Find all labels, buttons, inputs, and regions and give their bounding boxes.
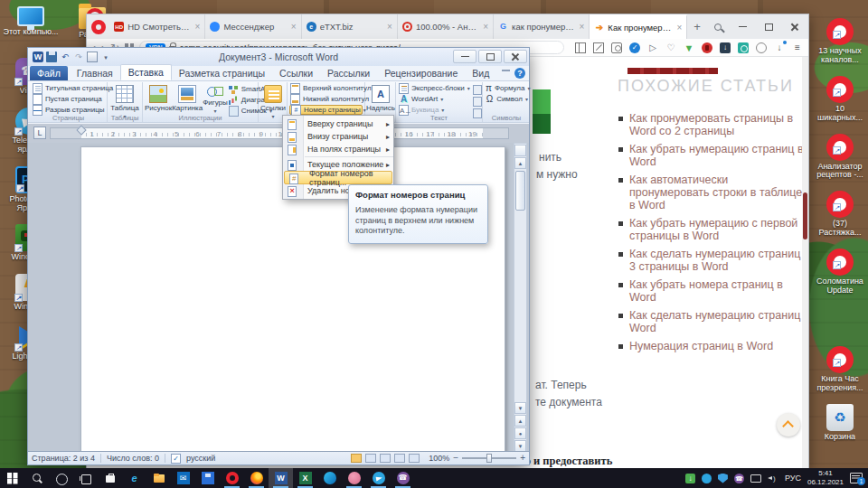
scrollbar-thumb[interactable]	[515, 171, 525, 211]
desktop-icon[interactable]: (37) Растяжка...	[812, 191, 868, 238]
ribbon-tab[interactable]: Рассылки	[320, 66, 377, 80]
tray-defender-icon[interactable]	[718, 474, 728, 483]
clipart-button[interactable]: Картинка	[172, 83, 203, 114]
ribbon-tab[interactable]: Главная	[70, 66, 120, 80]
article-link[interactable]: Как убрать нумерацию страниц в Word	[617, 143, 808, 168]
ribbon-tab[interactable]: Файл	[30, 66, 68, 80]
tab-close-icon[interactable]: ×	[677, 23, 683, 33]
browser-close-button[interactable]	[782, 14, 808, 39]
menu-item[interactable]: Вверху страницы	[283, 117, 393, 130]
scroll-up-icon[interactable]: ▲	[514, 157, 526, 169]
date-time-icon[interactable]	[473, 97, 482, 107]
desktop-icon[interactable]: 13 научных каналов...	[812, 18, 868, 65]
settings-tune-icon[interactable]	[792, 42, 803, 53]
collapse-ribbon-icon[interactable]	[502, 70, 510, 78]
opera-menu-button[interactable]	[87, 14, 109, 39]
browser-tab[interactable]: Мессенджер×	[205, 14, 301, 39]
article-link[interactable]: Как автоматически пронумеровать строки в…	[617, 174, 808, 211]
desktop-icon[interactable]: Соломатина Update	[812, 249, 868, 296]
web-layout-view-button[interactable]	[380, 454, 391, 463]
bookmark-heart-icon[interactable]	[665, 42, 676, 53]
spellcheck-icon[interactable]	[171, 454, 181, 464]
scrollbar-thumb[interactable]	[803, 192, 807, 239]
taskbar-app-button[interactable]	[391, 468, 415, 488]
taskbar-app-button[interactable]	[220, 468, 244, 488]
savefrom-extension-icon[interactable]	[684, 42, 694, 53]
ruler-toggle-button[interactable]	[514, 145, 526, 156]
menu-item[interactable]: Формат номеров страниц...	[284, 171, 392, 184]
taskbar-app-button[interactable]	[24, 468, 49, 488]
browser-tab[interactable]: 100.00% - Антиплаги×	[398, 14, 494, 39]
wordart-button[interactable]: WordArt▾	[398, 94, 470, 104]
taskbar-app-button[interactable]	[73, 468, 98, 488]
links-button[interactable]: Ссылки▾	[260, 83, 286, 119]
page-indicator[interactable]: Страница: 2 из 4	[32, 454, 95, 463]
downloads-icon[interactable]	[774, 42, 785, 53]
sidebar-panel-icon[interactable]	[575, 42, 586, 53]
network-icon[interactable]	[750, 474, 761, 483]
fullscreen-view-button[interactable]	[365, 454, 376, 463]
taskbar-app-button[interactable]	[98, 468, 122, 488]
page-number-button[interactable]: Номер страницы▾	[289, 105, 363, 115]
taskbar-app-button[interactable]	[171, 468, 195, 488]
article-link[interactable]: Как сделать нумерацию страниц с 3 страни…	[617, 248, 808, 273]
browser-minimize-button[interactable]	[730, 14, 756, 39]
tab-close-icon[interactable]: ×	[483, 22, 488, 32]
browser-tab[interactable]: как пронумеровать×	[494, 14, 590, 39]
desktop-icon[interactable]: Корзина	[812, 404, 868, 442]
horizontal-ruler[interactable]: 12345678910111213141516171819	[50, 127, 509, 139]
blank-page-button[interactable]: Пустая страница	[32, 94, 105, 104]
help-icon[interactable]	[514, 68, 525, 79]
word-title-bar[interactable]: Документ3 - Microsoft Word	[28, 48, 529, 66]
header-button[interactable]: Верхний колонтитул▾	[289, 83, 363, 93]
word-count[interactable]: Число слов: 0	[107, 454, 159, 463]
desktop-icon[interactable]: 10 шикарных...	[812, 76, 868, 123]
cover-page-button[interactable]: Титульная страница▾	[32, 83, 105, 93]
qat-dropdown-icon[interactable]	[100, 52, 111, 62]
undo-button[interactable]	[60, 52, 71, 62]
taskbar-app-button[interactable]	[269, 468, 293, 488]
equation-button[interactable]: πФормула▾	[485, 83, 528, 93]
ribbon-tab[interactable]: Разметка страницы	[172, 66, 272, 80]
tab-close-icon[interactable]: ×	[387, 22, 392, 32]
taskbar-app-button[interactable]	[49, 468, 73, 488]
notification-center-icon[interactable]: 1	[850, 473, 863, 483]
new-tab-button[interactable]: +	[687, 14, 706, 39]
picture-button[interactable]: Рисунок	[145, 83, 172, 114]
ribbon-tab[interactable]: Вставка	[120, 64, 172, 80]
tray-telegram-icon[interactable]	[702, 474, 712, 483]
symbol-button[interactable]: ΩСимвол▾	[485, 94, 528, 104]
menu-item[interactable]: На полях страницы	[283, 143, 393, 155]
zoom-level[interactable]: 100%	[429, 454, 449, 463]
taskbar-app-button[interactable]	[244, 468, 269, 488]
red-extension-icon[interactable]	[702, 42, 712, 53]
browser-tab[interactable]: HD Смотреть сериал Гр×	[109, 14, 205, 39]
redo-button[interactable]	[73, 52, 84, 62]
tray-savefrom-icon[interactable]	[685, 474, 695, 483]
footer-button[interactable]: Нижний колонтитул▾	[289, 94, 363, 104]
tray-viber-icon[interactable]	[734, 474, 744, 483]
history-extension-icon[interactable]	[756, 42, 767, 53]
ribbon-tab[interactable]: Вид	[465, 66, 496, 80]
tab-search-button[interactable]	[707, 14, 730, 39]
send-icon[interactable]	[647, 42, 658, 53]
page-scrollbar[interactable]	[802, 57, 808, 469]
camera-icon[interactable]	[611, 42, 622, 53]
article-link[interactable]: Как сделать нумерацию страниц в Word	[617, 309, 808, 334]
menu-item[interactable]: Внизу страницы	[283, 130, 393, 143]
signature-line-icon[interactable]	[473, 85, 482, 95]
tab-close-icon[interactable]: ×	[291, 22, 297, 32]
snapshot-edit-icon[interactable]	[593, 42, 604, 53]
quick-parts-button[interactable]: Экспресс-блоки▾	[398, 83, 470, 93]
taskbar-app-button[interactable]	[0, 468, 24, 488]
desktop-icon[interactable]: Книга Час презрения...	[812, 346, 868, 393]
save-button[interactable]	[46, 52, 57, 62]
textbox-button[interactable]: Надпись▾	[367, 83, 394, 119]
teal-extension-icon[interactable]	[738, 42, 749, 53]
ribbon-tab[interactable]: Ссылки	[272, 66, 320, 80]
article-link[interactable]: Как убрать номера страниц в Word	[617, 278, 808, 304]
browser-tab[interactable]: eTXT.biz×	[302, 14, 398, 39]
desktop-icon[interactable]: Этот компью...	[2, 4, 60, 40]
zoom-out-button[interactable]: −	[453, 454, 458, 463]
taskbar-app-button[interactable]	[122, 468, 146, 488]
